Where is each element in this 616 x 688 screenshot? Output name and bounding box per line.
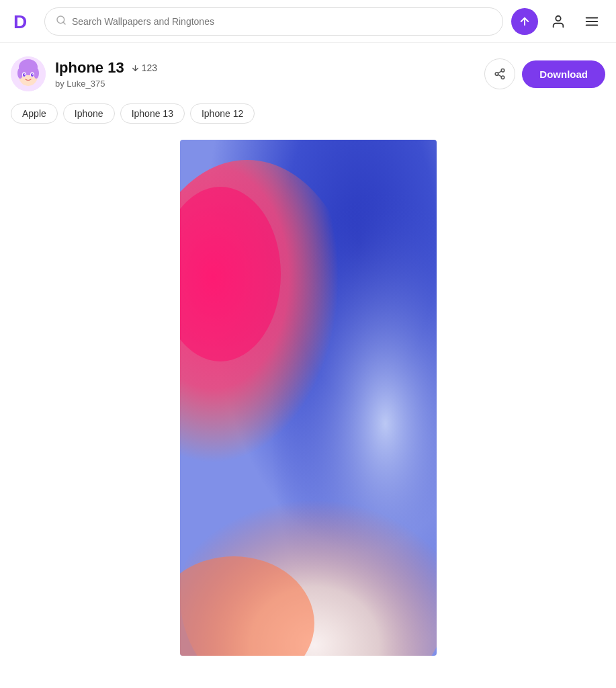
search-bar: [44, 7, 503, 36]
svg-point-16: [23, 73, 26, 77]
svg-point-17: [31, 73, 34, 77]
wallpaper-image-wrap: [11, 140, 605, 656]
wallpaper-meta: Iphone 13 123 by Luke_375: [55, 59, 157, 89]
svg-point-12: [17, 68, 23, 79]
svg-point-19: [32, 74, 34, 75]
svg-text:D: D: [13, 11, 27, 32]
navbar: D: [0, 0, 616, 43]
tags: Apple Iphone Iphone 13 Iphone 12: [11, 103, 605, 124]
tag-iphone13[interactable]: Iphone 13: [120, 103, 185, 124]
menu-button[interactable]: [578, 8, 605, 35]
content: Iphone 13 123 by Luke_375: [0, 43, 616, 669]
upload-button[interactable]: [511, 8, 538, 35]
svg-point-13: [34, 68, 39, 79]
wallpaper-header: Iphone 13 123 by Luke_375: [11, 56, 605, 91]
avatar: [11, 56, 46, 91]
nav-actions: [511, 8, 605, 35]
search-input[interactable]: [72, 16, 492, 27]
logo[interactable]: D: [11, 9, 36, 34]
user-button[interactable]: [545, 8, 572, 35]
svg-point-5: [556, 15, 560, 20]
by-line: by Luke_375: [55, 79, 157, 89]
header-actions: Download: [484, 58, 605, 89]
tag-iphone[interactable]: Iphone: [63, 103, 115, 124]
wallpaper-image: [180, 140, 437, 656]
svg-point-18: [24, 74, 26, 75]
wallpaper-info: Iphone 13 123 by Luke_375: [11, 56, 157, 91]
svg-line-25: [498, 71, 502, 73]
wallpaper-title: Iphone 13 123: [55, 59, 157, 77]
download-button[interactable]: Download: [522, 60, 605, 88]
share-button[interactable]: [484, 58, 515, 89]
tag-apple[interactable]: Apple: [11, 103, 58, 124]
search-icon: [56, 15, 67, 28]
tag-iphone12[interactable]: Iphone 12: [190, 103, 255, 124]
svg-line-3: [63, 22, 65, 24]
svg-line-24: [498, 75, 502, 77]
download-count: 123: [131, 62, 157, 73]
